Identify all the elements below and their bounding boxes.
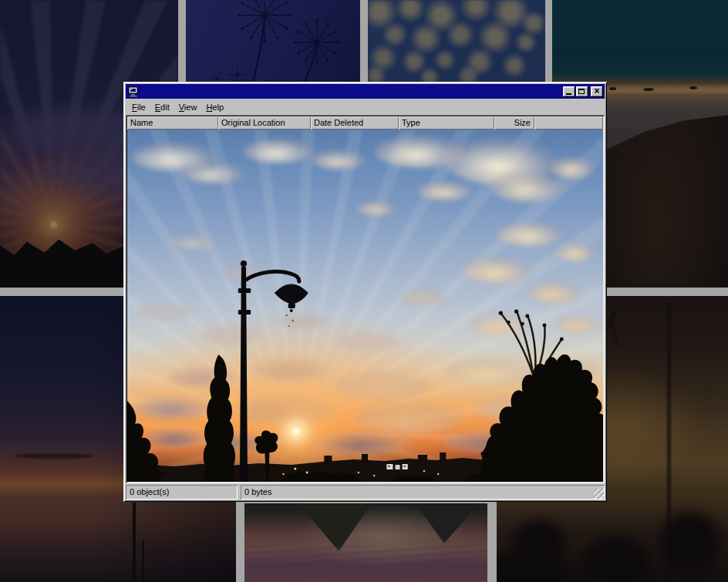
bokeh-tree (497, 550, 574, 582)
status-object-count: 0 object(s) (126, 485, 238, 500)
column-header-row: Name Original Location Date Deleted Type… (127, 116, 603, 130)
tree-reflection (298, 503, 372, 551)
wallpaper-tile-pink-reflection (244, 503, 487, 582)
floating-specks (285, 315, 294, 327)
computer-icon (128, 86, 139, 97)
water-ripples (244, 546, 487, 582)
water-pole (133, 503, 136, 582)
maximize-button[interactable] (576, 86, 588, 97)
column-header-size[interactable]: Size (494, 116, 534, 130)
window-titlebar[interactable]: × (126, 84, 605, 99)
status-size-text: 0 bytes (244, 487, 271, 496)
island-silhouette (643, 88, 654, 91)
resize-grip[interactable] (594, 489, 604, 499)
recycle-bin-window: × File Edit View Help Name Original Loca… (123, 82, 607, 502)
white-buildings (386, 464, 407, 469)
column-header-name[interactable]: Name (127, 116, 218, 130)
minimize-icon (566, 93, 571, 95)
status-bar: 0 object(s) 0 bytes (126, 485, 605, 500)
menu-bar: File Edit View Help (126, 99, 605, 115)
island-silhouette (689, 86, 697, 89)
column-header-date-deleted[interactable]: Date Deleted (311, 116, 399, 130)
minimize-button[interactable] (563, 86, 575, 97)
seed-head-silhouettes (186, 0, 360, 85)
setting-sun (49, 220, 58, 229)
water-pole (142, 540, 144, 582)
menu-help[interactable]: Help (201, 101, 228, 113)
tree-reflection (416, 503, 479, 543)
foreground-silhouettes (127, 130, 603, 482)
sunset-lamp-photo (127, 130, 603, 482)
bokeh-tree (581, 535, 651, 582)
menu-file[interactable]: File (127, 101, 150, 113)
maximize-icon (578, 89, 585, 94)
menu-edit[interactable]: Edit (150, 101, 174, 113)
column-header-filler (534, 116, 603, 130)
island-silhouette (609, 87, 616, 90)
close-button[interactable]: × (591, 86, 603, 97)
file-list-view: Name Original Location Date Deleted Type… (126, 115, 605, 483)
menu-view[interactable]: View (174, 101, 202, 113)
bokeh-tree (659, 512, 720, 574)
column-header-type[interactable]: Type (399, 116, 494, 130)
desktop: { "window": { "title": "", "menu": { "it… (0, 0, 728, 582)
column-header-original-location[interactable]: Original Location (218, 116, 311, 130)
status-size: 0 bytes (241, 485, 605, 500)
branch-silhouette (609, 320, 620, 348)
close-icon: × (591, 86, 603, 96)
